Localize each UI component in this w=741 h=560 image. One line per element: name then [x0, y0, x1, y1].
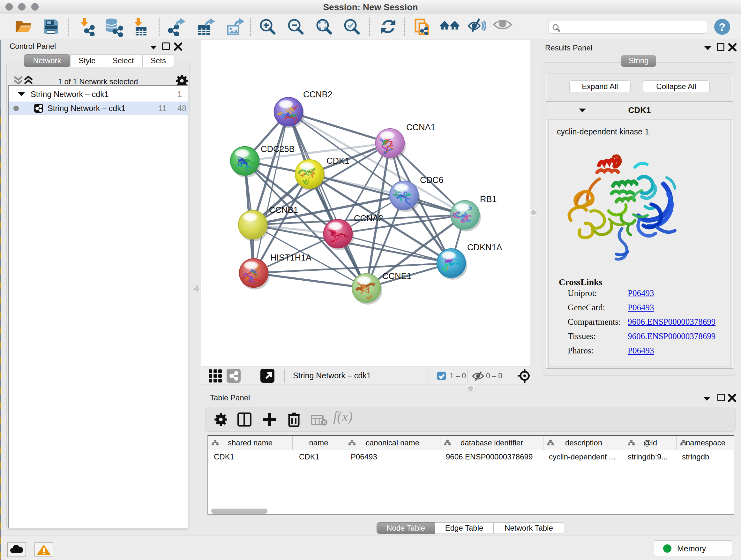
svg-text:CCNA2: CCNA2 — [354, 213, 383, 223]
svg-text:CDC6: CDC6 — [420, 175, 444, 185]
svg-text:CCNB1: CCNB1 — [269, 205, 298, 215]
svg-text:RB1: RB1 — [480, 194, 497, 204]
svg-text:HIST1H1A: HIST1H1A — [270, 253, 312, 262]
svg-text:CCNA1: CCNA1 — [406, 123, 435, 132]
svg-text:CCNB2: CCNB2 — [303, 90, 333, 99]
svg-text:CDKN1A: CDKN1A — [467, 243, 502, 252]
svg-text:CDK1: CDK1 — [327, 156, 349, 166]
svg-text:CCNE1: CCNE1 — [382, 271, 412, 281]
svg-text:CDC25B: CDC25B — [261, 144, 295, 154]
